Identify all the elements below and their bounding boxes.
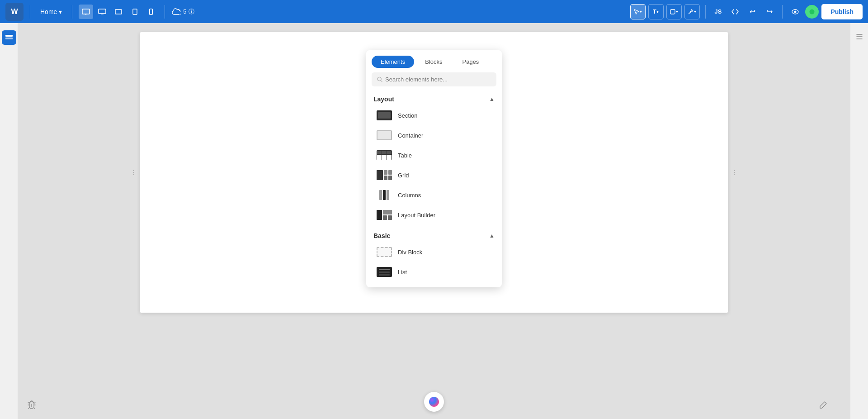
page-edit-btn[interactable] <box>818 401 827 412</box>
cursor-tool-btn[interactable]: ▾ <box>630 4 646 19</box>
right-sidebar <box>850 23 868 419</box>
navbar: W Home ▾ 5 ⓘ ▾ <box>0 0 868 23</box>
home-chevron-icon: ▾ <box>59 8 62 15</box>
layout-section-title: Layout <box>373 95 394 103</box>
list-item[interactable]: Columns <box>369 185 499 205</box>
search-input[interactable] <box>385 76 491 83</box>
tab-blocks[interactable]: Blocks <box>416 56 451 68</box>
desktop-device-btn[interactable] <box>79 5 93 19</box>
grid-icon <box>376 169 392 181</box>
tab-pages[interactable]: Pages <box>453 56 488 68</box>
list-item[interactable]: Layout Builder <box>369 205 499 225</box>
home-dropdown[interactable]: Home ▾ <box>37 6 66 17</box>
cloud-save[interactable]: 5 ⓘ <box>171 8 194 16</box>
left-sidebar <box>0 23 18 419</box>
columns-label: Columns <box>398 192 421 199</box>
layers-panel-btn[interactable] <box>2 30 16 45</box>
nav-divider-4 <box>705 5 706 19</box>
cloud-info-icon: ⓘ <box>189 8 194 16</box>
svg-line-15 <box>381 81 382 82</box>
canvas-area: ⋮ ⋮ Elements Blocks Pages Layout ▲ <box>0 23 868 419</box>
divblock-label: Div Block <box>398 249 422 256</box>
monitor-device-btn[interactable] <box>95 5 109 19</box>
layout-builder-label: Layout Builder <box>398 212 435 219</box>
layout-builder-icon <box>376 209 392 221</box>
status-indicator[interactable] <box>805 5 819 19</box>
nav-divider-2 <box>72 5 72 19</box>
section-icon <box>376 109 392 122</box>
container-icon <box>376 129 392 142</box>
elements-panel: Elements Blocks Pages Layout ▲ <box>366 50 502 287</box>
preview-btn[interactable] <box>788 5 802 19</box>
device-switcher <box>79 5 158 19</box>
svg-rect-7 <box>150 9 153 14</box>
basic-collapse-btn[interactable]: ▲ <box>489 233 495 239</box>
list-item[interactable]: Container <box>369 125 499 145</box>
redo-btn[interactable]: ↪ <box>762 5 777 19</box>
svg-rect-4 <box>101 14 104 14</box>
home-label: Home <box>40 8 57 15</box>
grid-label: Grid <box>398 172 409 179</box>
svg-rect-8 <box>670 10 675 14</box>
basic-section-title: Basic <box>373 232 390 239</box>
table-icon <box>376 149 392 162</box>
columns-icon <box>376 189 392 201</box>
tablet-landscape-btn[interactable] <box>111 5 126 19</box>
container-label: Container <box>398 132 423 139</box>
svg-rect-5 <box>115 10 122 14</box>
svg-point-10 <box>794 10 797 13</box>
divblock-icon <box>376 246 392 258</box>
js-btn[interactable]: JS <box>711 4 726 19</box>
panel-tabs: Elements Blocks Pages <box>366 50 502 68</box>
svg-rect-12 <box>5 35 13 37</box>
shape-tool-btn[interactable]: ▾ <box>666 4 682 19</box>
svg-point-16 <box>429 397 439 407</box>
svg-rect-13 <box>5 38 13 39</box>
canvas-resize-left[interactable]: ⋮ <box>131 169 137 176</box>
text-tool-btn[interactable]: T ▾ <box>648 4 664 19</box>
properties-panel-btn[interactable] <box>853 30 866 43</box>
debug-btn[interactable] <box>27 400 36 412</box>
svg-rect-6 <box>133 9 137 14</box>
nav-divider-1 <box>30 5 30 19</box>
panel-content: Layout ▲ Section <box>366 91 502 287</box>
section-label: Section <box>398 112 417 119</box>
code-btn[interactable] <box>728 5 742 19</box>
list-label: List <box>398 269 407 276</box>
table-label: Table <box>398 152 412 159</box>
tab-elements[interactable]: Elements <box>372 56 414 68</box>
cloud-count: 5 <box>183 8 186 15</box>
list-item[interactable]: Grid <box>369 165 499 185</box>
layout-collapse-btn[interactable]: ▲ <box>489 96 495 102</box>
list-item[interactable]: Section <box>369 105 499 125</box>
svg-point-11 <box>810 9 815 14</box>
pen-tool-btn[interactable]: ▾ <box>684 4 700 19</box>
search-icon <box>377 76 382 82</box>
list-item[interactable]: Table <box>369 145 499 165</box>
publish-button[interactable]: Publish <box>821 4 863 19</box>
nav-divider-3 <box>165 5 165 19</box>
list-item[interactable]: List <box>369 262 499 282</box>
nav-divider-5 <box>782 5 783 19</box>
canvas-resize-right[interactable]: ⋮ <box>731 169 737 176</box>
app-logo[interactable]: W <box>5 3 24 21</box>
ai-assistant-btn[interactable] <box>424 392 444 412</box>
basic-section-header: Basic ▲ <box>366 228 502 242</box>
layout-section-header: Layout ▲ <box>366 91 502 105</box>
mobile-device-btn[interactable] <box>144 5 158 19</box>
search-box <box>372 72 496 86</box>
svg-rect-3 <box>99 9 106 14</box>
tablet-portrait-btn[interactable] <box>127 5 142 19</box>
nav-right-tools: ▾ T ▾ ▾ ▾ JS ↩ ↪ <box>630 4 863 19</box>
list-item[interactable]: Div Block <box>369 242 499 262</box>
undo-btn[interactable]: ↩ <box>745 5 760 19</box>
main-canvas: ⋮ ⋮ Elements Blocks Pages Layout ▲ <box>18 23 850 419</box>
svg-rect-0 <box>82 9 90 14</box>
list-icon <box>376 266 392 278</box>
